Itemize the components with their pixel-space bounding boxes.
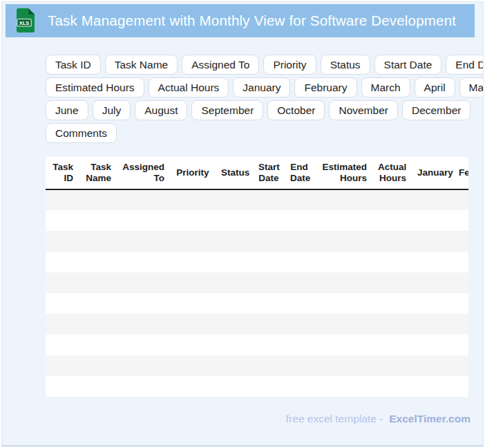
table-cell-empty [285, 272, 314, 293]
table-cell-empty [253, 272, 285, 293]
column-toggle-chip-start-date[interactable]: Start Date [374, 55, 442, 75]
table-cell-empty [453, 376, 468, 397]
table-cell-empty [412, 189, 453, 210]
column-header-task-id[interactable]: Task ID [46, 157, 79, 189]
table-cell-empty [285, 314, 314, 335]
table-cell-empty [117, 355, 170, 376]
column-header-assigned-to[interactable]: Assigned To [117, 157, 170, 189]
column-toggle-chip-end-date[interactable]: End Date [446, 55, 484, 75]
column-toggle-chip-may[interactable]: May [459, 77, 484, 97]
table-cell-empty [372, 335, 412, 355]
chip-rows: Task IDTask NameAssigned ToPriorityStatu… [46, 55, 469, 143]
column-toggle-chip-task-name[interactable]: Task Name [105, 55, 178, 75]
column-header-february[interactable]: February [453, 157, 468, 189]
table-cell-empty [170, 252, 216, 272]
column-toggle-chip-assigned-to[interactable]: Assigned To [182, 55, 259, 75]
table-cell-empty [453, 272, 468, 293]
column-header-start-date[interactable]: Start Date [253, 157, 285, 189]
table-scroll-container[interactable]: Task IDTask NameAssigned ToPriorityStatu… [46, 157, 468, 397]
table-cell-empty [412, 355, 453, 376]
header-bar: XLS Task Management with Monthly View fo… [6, 4, 475, 37]
column-toggle-chip-comments[interactable]: Comments [46, 123, 117, 143]
table-cell-empty [285, 376, 314, 397]
column-toggle-chip-estimated-hours[interactable]: Estimated Hours [46, 77, 144, 97]
table-cell-empty [412, 293, 453, 314]
chip-row: Task IDTask NameAssigned ToPriorityStatu… [46, 55, 469, 75]
table-cell-empty [117, 189, 170, 210]
table-row [46, 189, 468, 210]
table-cell-empty [372, 376, 412, 397]
table-cell-empty [453, 355, 468, 376]
table-cell-empty [453, 210, 468, 231]
table-cell-empty [170, 272, 216, 293]
column-toggle-chip-july[interactable]: July [93, 100, 131, 120]
table-header: Task IDTask NameAssigned ToPriorityStatu… [46, 157, 468, 189]
chip-row: JuneJulyAugustSeptemberOctoberNovemberDe… [46, 100, 469, 120]
footer-brand-link[interactable]: ExcelTimer.com [389, 413, 470, 424]
table-cell-empty [253, 314, 285, 335]
table-cell-empty [253, 231, 285, 252]
table-cell-empty [372, 314, 412, 335]
table-cell-empty [170, 231, 216, 252]
table-cell-empty [46, 314, 79, 335]
table-cell-empty [46, 335, 79, 355]
column-toggle-chip-status[interactable]: Status [321, 55, 370, 75]
table-cell-empty [412, 231, 453, 252]
xls-file-icon: XLS [17, 8, 35, 33]
table-cell-empty [117, 252, 170, 272]
column-header-end-date[interactable]: End Date [285, 157, 314, 189]
table-cell-empty [285, 210, 314, 231]
column-toggle-chip-february[interactable]: February [294, 77, 356, 97]
column-toggle-chip-march[interactable]: March [361, 77, 410, 97]
column-toggle-chip-january[interactable]: January [233, 77, 290, 97]
table-cell-empty [216, 231, 253, 252]
column-header-estimated-hours[interactable]: Estimated Hours [314, 157, 372, 189]
footer: free excel template -ExcelTimer.com [2, 413, 470, 425]
column-toggle-chip-august[interactable]: August [135, 100, 187, 120]
chip-row: Comments [46, 123, 469, 143]
column-toggle-chip-april[interactable]: April [415, 77, 455, 97]
column-header-task-name[interactable]: Task Name [79, 157, 117, 189]
table-cell-empty [79, 189, 117, 210]
table-cell-empty [412, 376, 453, 397]
table-row [46, 231, 468, 252]
column-toggle-chip-december[interactable]: December [402, 100, 471, 120]
table-cell-empty [216, 272, 253, 293]
column-toggle-chip-priority[interactable]: Priority [263, 55, 316, 75]
column-toggle-chip-october[interactable]: October [267, 100, 325, 120]
table-cell-empty [79, 314, 117, 335]
table-cell-empty [79, 231, 117, 252]
table-cell-empty [79, 252, 117, 272]
table-cell-empty [216, 376, 253, 397]
column-toggle-chip-november[interactable]: November [329, 100, 398, 120]
table-cell-empty [216, 314, 253, 335]
column-header-status[interactable]: Status [216, 157, 253, 189]
table-cell-empty [253, 210, 285, 231]
column-toggle-chip-september[interactable]: September [191, 100, 263, 120]
table-row [46, 314, 468, 335]
table-cell-empty [46, 252, 79, 272]
table-row [46, 355, 468, 376]
table-cell-empty [253, 355, 285, 376]
table-cell-empty [79, 335, 117, 355]
table-cell-empty [453, 314, 468, 335]
table-cell-empty [285, 252, 314, 272]
table-row [46, 293, 468, 314]
table-cell-empty [46, 210, 79, 231]
table-cell-empty [285, 189, 314, 210]
column-header-actual-hours[interactable]: Actual Hours [372, 157, 412, 189]
column-header-january[interactable]: January [412, 157, 453, 189]
table-cell-empty [216, 210, 253, 231]
table-cell-empty [314, 376, 372, 397]
table-cell-empty [314, 335, 372, 355]
column-toggle-chip-task-id[interactable]: Task ID [46, 55, 101, 75]
column-header-priority[interactable]: Priority [170, 157, 216, 189]
table-row [46, 210, 468, 231]
table-cell-empty [314, 231, 372, 252]
table-cell-empty [453, 252, 468, 272]
table-row [46, 335, 468, 355]
column-toggle-chip-actual-hours[interactable]: Actual Hours [149, 77, 229, 97]
column-toggle-chip-june[interactable]: June [46, 100, 88, 120]
table-cell-empty [253, 376, 285, 397]
table-cell-empty [314, 210, 372, 231]
